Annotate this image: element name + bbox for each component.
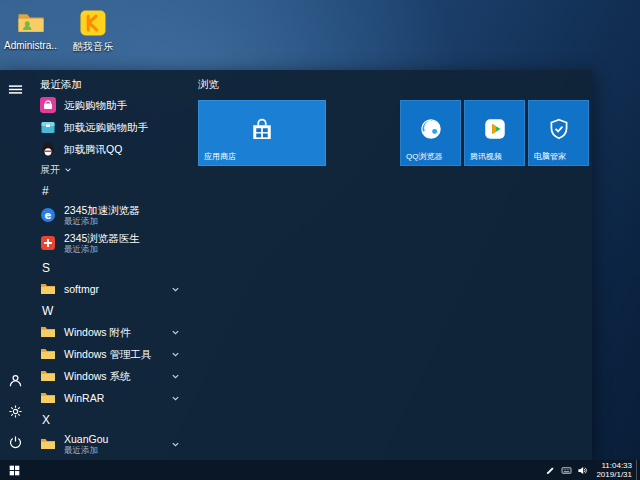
user-icon [8, 373, 23, 388]
section-letter[interactable]: # [34, 180, 188, 201]
qq-browser-icon [418, 116, 444, 142]
app-item-label: 2345浏览器医生 [64, 232, 140, 244]
chevron-down-icon [171, 440, 180, 449]
start-menu-rail [0, 70, 30, 460]
touch-keyboard-icon [561, 465, 572, 476]
power-button[interactable] [4, 432, 26, 452]
app-item-label: XuanGou [64, 433, 108, 445]
app-item-label: 2345加速浏览器 [64, 204, 140, 216]
app-list-item[interactable]: e2345加速浏览器最近添加 [34, 201, 188, 229]
taskbar: 11:04:33 2019/1/31 [0, 460, 640, 480]
app-item-sublabel: 最近添加 [64, 244, 140, 254]
app-list-item[interactable]: 2345浏览器医生最近添加 [34, 229, 188, 257]
app-list-item[interactable]: Windows 系统 [34, 365, 188, 387]
chevron-down-icon [171, 394, 180, 403]
qq-penguin-icon [40, 141, 56, 157]
tile-label: QQ浏览器 [406, 151, 442, 162]
section-letter[interactable]: X [34, 409, 188, 430]
start-menu: 最近添加 远购购物助手卸载远购购物助手卸载腾讯QQ 展开 #e2345加速浏览器… [0, 70, 592, 460]
app-list-item[interactable]: 卸载远购购物助手 [34, 116, 188, 138]
chevron-down-icon [171, 350, 180, 359]
desktop-icon-kuwo-music[interactable]: 酷我音乐 [66, 8, 120, 54]
desktop-icons: Administra...酷我音乐 [4, 8, 120, 54]
volume-button[interactable] [574, 460, 590, 480]
tile-app-store[interactable]: 应用商店 [198, 100, 326, 166]
app-item-text: 2345浏览器医生最近添加 [64, 232, 140, 254]
rail-bottom-group [4, 370, 26, 452]
taskbar-clock[interactable]: 11:04:33 2019/1/31 [590, 461, 636, 479]
app-item-text: softmgr [64, 283, 99, 295]
tile-group-header[interactable]: 浏览 [198, 78, 592, 90]
desktop-icon-administrator-folder[interactable]: Administra... [4, 8, 58, 54]
menu-expand-button[interactable] [4, 79, 26, 99]
start-button[interactable] [0, 460, 28, 480]
gear-icon [8, 404, 23, 419]
app-item-text: WinRAR [64, 392, 104, 404]
tencent-video-icon [482, 116, 508, 142]
app-item-text: 卸载腾讯QQ [64, 143, 122, 155]
app-item-text: 远购购物助手 [64, 99, 127, 111]
app-list-item[interactable]: Windows 管理工具 [34, 343, 188, 365]
tile-label: 电脑管家 [534, 151, 566, 162]
app-item-text: Windows 附件 [64, 326, 131, 338]
app-item-sublabel: 最近添加 [64, 216, 140, 226]
app-item-text: 卸载远购购物助手 [64, 121, 148, 133]
app-item-label: 卸载腾讯QQ [64, 143, 122, 155]
app-item-text: XuanGou最近添加 [64, 433, 108, 455]
user-account-button[interactable] [4, 370, 26, 390]
system-tray: 11:04:33 2019/1/31 [542, 460, 640, 480]
desktop-icon-label: Administra... [4, 40, 58, 51]
recently-added-list: 远购购物助手卸载远购购物助手卸载腾讯QQ [34, 94, 188, 160]
app-item-label: Windows 系统 [64, 370, 131, 382]
show-desktop-button[interactable] [636, 460, 640, 480]
windows-logo-icon [9, 465, 20, 476]
tile-tencent-video[interactable]: 腾讯视频 [464, 100, 525, 166]
pen-tray-button[interactable] [542, 460, 558, 480]
app-list-item[interactable]: 远购购物助手 [34, 94, 188, 116]
chevron-down-icon [64, 166, 72, 174]
clock-time: 11:04:33 [596, 461, 632, 470]
pc-manager-icon [546, 116, 572, 142]
tile-qq-browser[interactable]: QQ浏览器 [400, 100, 461, 166]
chevron-down-icon [171, 372, 180, 381]
app-item-label: softmgr [64, 283, 99, 295]
tile-pc-manager[interactable]: 电脑管家 [528, 100, 589, 166]
tiles-area: 浏览 应用商店QQ浏览器腾讯视频电脑管家 [188, 70, 592, 460]
clock-date: 2019/1/31 [596, 470, 632, 479]
app-list-item[interactable]: WinRAR [34, 387, 188, 409]
folder-icon [40, 346, 56, 362]
section-letter[interactable]: W [34, 300, 188, 321]
store-icon [247, 114, 277, 144]
folder-icon [40, 281, 56, 297]
browser-2345-icon: e [40, 207, 56, 223]
svg-text:e: e [45, 210, 52, 221]
expand-toggle[interactable]: 展开 [34, 160, 188, 180]
folder-icon [40, 368, 56, 384]
chevron-down-icon [171, 285, 180, 294]
app-item-label: 卸载远购购物助手 [64, 121, 148, 133]
section-letter[interactable]: S [34, 257, 188, 278]
app-list-item[interactable]: XuanGou最近添加 [34, 430, 188, 458]
desktop-icon-label: 酷我音乐 [73, 40, 113, 54]
power-icon [8, 435, 23, 450]
tile-label: 应用商店 [204, 151, 236, 162]
shop-assistant-icon [40, 97, 56, 113]
settings-button[interactable] [4, 401, 26, 421]
app-sections: #e2345加速浏览器最近添加2345浏览器医生最近添加SsoftmgrWWin… [34, 180, 188, 458]
tile-label: 腾讯视频 [470, 151, 502, 162]
app-list-item[interactable]: Windows 附件 [34, 321, 188, 343]
user-folder-icon [16, 8, 46, 38]
app-item-text: 2345加速浏览器最近添加 [64, 204, 140, 226]
uninstall-box-icon [40, 119, 56, 135]
pen-icon [545, 465, 556, 476]
app-item-label: Windows 附件 [64, 326, 131, 338]
kuwo-icon [78, 8, 108, 38]
chevron-down-icon [171, 328, 180, 337]
recently-added-header: 最近添加 [34, 76, 188, 94]
app-item-sublabel: 最近添加 [64, 445, 108, 455]
app-list-item[interactable]: softmgr [34, 278, 188, 300]
touch-keyboard-button[interactable] [558, 460, 574, 480]
app-list-item[interactable]: 卸载腾讯QQ [34, 138, 188, 160]
doctor-2345-icon [40, 235, 56, 251]
app-list: 最近添加 远购购物助手卸载远购购物助手卸载腾讯QQ 展开 #e2345加速浏览器… [30, 70, 188, 460]
